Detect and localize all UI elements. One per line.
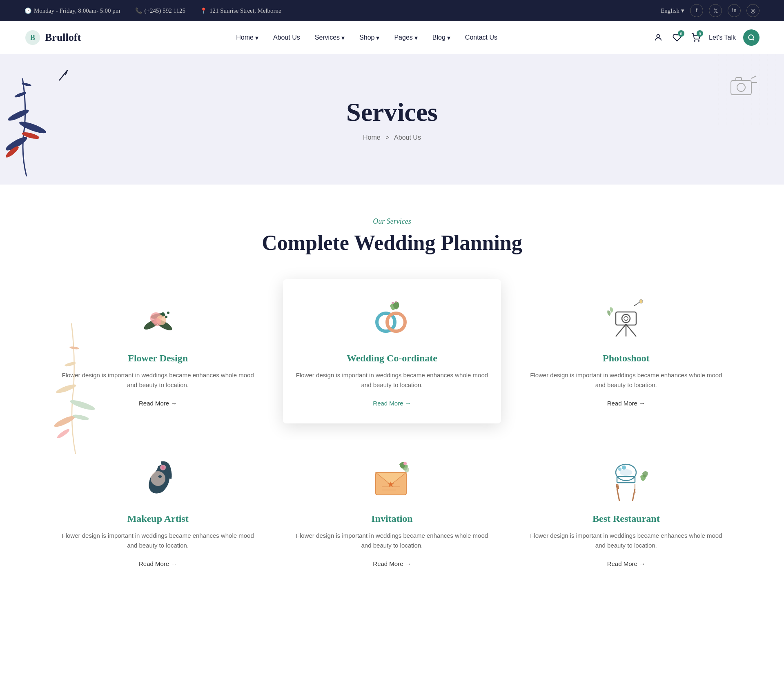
- svg-line-50: [626, 324, 636, 336]
- nav-blog[interactable]: Blog ▾: [432, 34, 450, 42]
- svg-point-61: [162, 466, 164, 469]
- restaurant-icon: [530, 456, 723, 505]
- svg-point-33: [72, 414, 89, 421]
- services-grid-row2: Makeup Artist Flower design is important…: [49, 440, 735, 584]
- photoshoot-icon: [530, 296, 723, 345]
- hero-section: Services Home > About Us: [0, 54, 784, 185]
- wishlist-icon[interactable]: 0: [671, 32, 683, 43]
- deco-arrow: [57, 66, 74, 82]
- section-title: Complete Wedding Planning: [49, 231, 735, 255]
- chevron-down-icon: ▾: [681, 7, 684, 14]
- read-more-photo[interactable]: Read More →: [607, 400, 645, 407]
- twitter-icon[interactable]: 𝕏: [709, 4, 722, 17]
- svg-point-2: [657, 35, 659, 38]
- svg-line-70: [617, 489, 619, 501]
- service-name-invitation: Invitation: [295, 513, 488, 524]
- nav-contact[interactable]: Contact Us: [465, 34, 497, 41]
- service-desc-makeup: Flower design is important in weddings b…: [61, 531, 254, 550]
- address-info: 📍 121 Sunrise Street, Melborne: [200, 7, 281, 14]
- logo[interactable]: B Brulloft: [24, 29, 81, 46]
- svg-point-41: [153, 318, 161, 326]
- svg-point-77: [622, 466, 626, 470]
- svg-point-32: [56, 428, 70, 440]
- read-more-restaurant[interactable]: Read More →: [607, 560, 645, 567]
- services-grid-row1: Flower Design Flower design is important…: [49, 279, 735, 423]
- svg-point-58: [151, 471, 165, 486]
- chevron-down-icon: ▾: [341, 34, 345, 42]
- service-desc-restaurant: Flower design is important in weddings b…: [530, 531, 723, 550]
- breadcrumb-current: About Us: [394, 134, 421, 141]
- deco-pattern: [710, 54, 784, 127]
- svg-point-3: [694, 40, 695, 41]
- svg-point-78: [618, 468, 621, 471]
- deco-floral-side: [49, 299, 102, 464]
- svg-point-53: [622, 314, 630, 323]
- chevron-down-icon: ▾: [447, 34, 450, 42]
- read-more-invitation[interactable]: Read More →: [373, 560, 411, 567]
- nav-shop[interactable]: Shop ▾: [359, 34, 379, 42]
- cart-count: 0: [697, 30, 703, 37]
- instagram-icon[interactable]: ◎: [746, 4, 760, 17]
- logo-icon: B: [24, 29, 41, 46]
- svg-line-7: [59, 70, 67, 80]
- top-bar: 🕐 Monday - Friday, 8:00am- 5:00 pm 📞 (+2…: [0, 0, 784, 21]
- nav-links: Home ▾ About Us Services ▾ Shop ▾ Pages …: [236, 34, 497, 42]
- wishlist-count: 0: [678, 30, 684, 37]
- service-name-wedding: Wedding Co-ordinate: [295, 353, 488, 364]
- cart-icon[interactable]: 0: [690, 32, 702, 43]
- phone-icon: 📞: [135, 7, 142, 14]
- clock-icon: 🕐: [24, 7, 31, 14]
- svg-point-5: [748, 35, 753, 40]
- service-name-photo: Photoshoot: [530, 353, 723, 364]
- chevron-down-icon: ▾: [414, 34, 418, 42]
- breadcrumb: Home > About Us: [363, 134, 421, 141]
- svg-point-47: [392, 302, 394, 304]
- service-desc-photo: Flower design is important in weddings b…: [530, 370, 723, 390]
- svg-line-6: [753, 39, 754, 40]
- top-bar-right: English ▾ f 𝕏 in ◎: [661, 4, 760, 17]
- nav-about[interactable]: About Us: [273, 34, 300, 41]
- nav-services[interactable]: Services ▾: [315, 34, 345, 42]
- facebook-icon[interactable]: f: [690, 4, 703, 17]
- invitation-icon: [295, 456, 488, 505]
- wedding-icon: [295, 296, 488, 345]
- svg-point-30: [69, 398, 96, 412]
- svg-point-42: [161, 312, 165, 316]
- svg-point-59: [158, 475, 162, 478]
- service-name-makeup: Makeup Artist: [61, 513, 254, 524]
- svg-line-49: [616, 324, 626, 336]
- svg-rect-68: [617, 477, 635, 483]
- svg-line-55: [634, 302, 640, 306]
- lets-talk-button[interactable]: Let's Talk: [709, 34, 736, 41]
- service-desc-invitation: Flower design is important in weddings b…: [295, 531, 488, 550]
- svg-text:B: B: [30, 33, 35, 42]
- chevron-down-icon: ▾: [376, 34, 379, 42]
- svg-line-74: [633, 489, 635, 501]
- top-bar-left: 🕐 Monday - Friday, 8:00am- 5:00 pm 📞 (+2…: [24, 7, 281, 14]
- navbar: B Brulloft Home ▾ About Us Services ▾ Sh…: [0, 21, 784, 54]
- read-more-flower[interactable]: Read More →: [139, 400, 177, 407]
- hours-info: 🕐 Monday - Friday, 8:00am- 5:00 pm: [24, 7, 120, 14]
- language-selector[interactable]: English ▾: [661, 7, 684, 14]
- deco-floral-left: [0, 62, 53, 185]
- breadcrumb-home[interactable]: Home: [363, 134, 381, 141]
- breadcrumb-separator: >: [385, 134, 389, 141]
- service-desc-wedding: Flower design is important in weddings b…: [295, 370, 488, 390]
- read-more-makeup[interactable]: Read More →: [139, 560, 177, 567]
- nav-home[interactable]: Home ▾: [236, 34, 258, 42]
- nav-right: 0 0 Let's Talk: [653, 29, 760, 46]
- chevron-down-icon: ▾: [255, 34, 258, 42]
- user-icon[interactable]: [653, 32, 664, 43]
- read-more-wedding[interactable]: Read More →: [373, 400, 411, 407]
- nav-pages[interactable]: Pages ▾: [394, 34, 417, 42]
- service-card-invitation: Invitation Flower design is important in…: [283, 440, 501, 584]
- svg-point-48: [395, 301, 397, 303]
- search-button[interactable]: [743, 29, 760, 46]
- hero-title: Services: [346, 97, 438, 127]
- services-section: Our Services Complete Wedding Planning: [0, 185, 784, 633]
- services-wrapper: Our Services Complete Wedding Planning: [49, 217, 735, 584]
- phone-info: 📞 (+245) 592 1125: [135, 7, 185, 14]
- linkedin-icon[interactable]: in: [728, 4, 741, 17]
- service-card-wedding: Wedding Co-ordinate Flower design is imp…: [283, 279, 501, 423]
- svg-point-24: [7, 108, 30, 122]
